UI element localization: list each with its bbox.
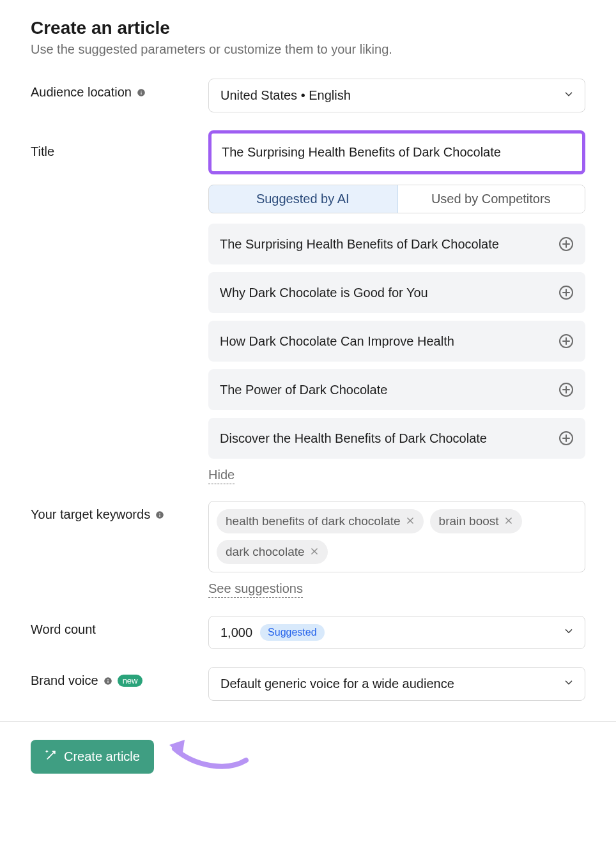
keyword-chip: health benefits of dark chocolate xyxy=(217,509,424,533)
brand-voice-label: Brand voice xyxy=(31,673,98,688)
plus-circle-icon[interactable] xyxy=(558,333,574,349)
keyword-chip: brain boost xyxy=(430,509,522,533)
title-suggestion-text: Why Dark Chocolate is Good for You xyxy=(220,286,428,300)
audience-location-value: United States • English xyxy=(220,88,351,103)
close-icon[interactable] xyxy=(504,514,513,528)
page-title: Create an article xyxy=(31,18,585,38)
word-count-label: Word count xyxy=(31,622,96,637)
title-suggestion-tabs: Suggested by AI Used by Competitors xyxy=(208,185,585,213)
brand-voice-value: Default generic voice for a wide audienc… xyxy=(220,677,454,691)
plus-circle-icon[interactable] xyxy=(558,431,574,446)
tab-used-by-competitors[interactable]: Used by Competitors xyxy=(397,185,585,213)
keyword-chip-text: brain boost xyxy=(439,514,499,528)
keyword-chip-text: dark chocolate xyxy=(226,545,305,559)
info-icon[interactable] xyxy=(104,677,112,685)
close-icon[interactable] xyxy=(406,514,415,528)
create-article-button[interactable]: Create article xyxy=(31,740,154,774)
plus-circle-icon[interactable] xyxy=(558,236,574,252)
target-keywords-input[interactable]: health benefits of dark chocolatebrain b… xyxy=(208,501,585,572)
suggested-badge: Suggested xyxy=(260,624,325,641)
keyword-chip-text: health benefits of dark chocolate xyxy=(226,514,401,528)
plus-circle-icon[interactable] xyxy=(558,382,574,397)
create-article-button-label: Create article xyxy=(64,749,140,764)
see-suggestions-link[interactable]: See suggestions xyxy=(208,581,303,598)
title-input[interactable]: The Surprising Health Benefits of Dark C… xyxy=(208,130,585,174)
chevron-down-icon xyxy=(563,88,574,103)
title-suggestion-item[interactable]: The Power of Dark Chocolate xyxy=(208,369,585,410)
chevron-down-icon xyxy=(563,677,574,691)
title-input-value: The Surprising Health Benefits of Dark C… xyxy=(222,145,501,159)
plus-circle-icon[interactable] xyxy=(558,285,574,300)
title-label: Title xyxy=(31,144,54,159)
info-icon[interactable] xyxy=(155,510,164,519)
title-suggestion-text: How Dark Chocolate Can Improve Health xyxy=(220,334,454,349)
title-suggestion-item[interactable]: The Surprising Health Benefits of Dark C… xyxy=(208,224,585,264)
title-suggestion-text: Discover the Health Benefits of Dark Cho… xyxy=(220,431,487,446)
new-badge: new xyxy=(118,675,143,687)
audience-location-label: Audience location xyxy=(31,85,132,100)
info-icon[interactable] xyxy=(137,88,146,97)
annotation-arrow xyxy=(169,737,246,776)
tab-suggested-by-ai[interactable]: Suggested by AI xyxy=(208,185,397,213)
brand-voice-select[interactable]: Default generic voice for a wide audienc… xyxy=(208,667,585,701)
title-suggestion-item[interactable]: How Dark Chocolate Can Improve Health xyxy=(208,321,585,362)
word-count-select[interactable]: 1,000 Suggested xyxy=(208,616,585,649)
title-suggestion-text: The Power of Dark Chocolate xyxy=(220,383,387,397)
title-suggestion-list: The Surprising Health Benefits of Dark C… xyxy=(208,224,585,459)
word-count-value: 1,000 xyxy=(220,625,252,640)
chevron-down-icon xyxy=(563,625,574,639)
magic-wand-icon xyxy=(45,749,58,765)
close-icon[interactable] xyxy=(310,545,319,559)
title-suggestion-item[interactable]: Discover the Health Benefits of Dark Cho… xyxy=(208,418,585,459)
page-subtitle: Use the suggested parameters or customiz… xyxy=(31,42,585,57)
hide-suggestions-link[interactable]: Hide xyxy=(208,468,235,484)
title-suggestion-text: The Surprising Health Benefits of Dark C… xyxy=(220,237,499,252)
title-suggestion-item[interactable]: Why Dark Chocolate is Good for You xyxy=(208,272,585,313)
audience-location-select[interactable]: United States • English xyxy=(208,79,585,112)
keyword-chip: dark chocolate xyxy=(217,540,328,564)
target-keywords-label: Your target keywords xyxy=(31,507,150,522)
